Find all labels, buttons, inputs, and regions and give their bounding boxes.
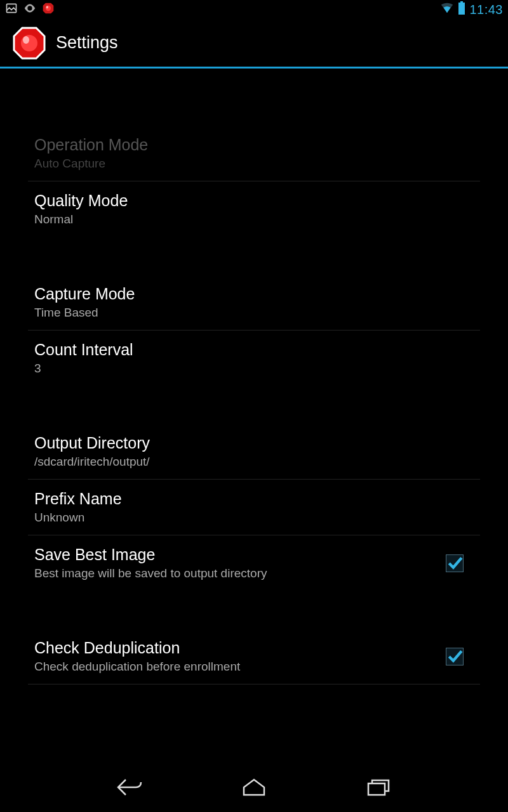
svg-rect-6 [458,3,465,15]
setting-title: Count Interval [34,341,476,359]
setting-check-deduplication[interactable]: Check Deduplication Check deduplication … [28,629,480,684]
checkbox-save-best-image[interactable] [446,554,464,572]
back-icon [114,776,145,799]
setting-title: Quality Mode [34,192,476,210]
setting-title: Save Best Image [34,546,446,564]
setting-quality-mode[interactable]: Quality Mode Normal [28,181,480,237]
recent-apps-button[interactable] [361,769,396,805]
setting-value: Check deduplication before enrollment [34,660,446,674]
setting-title: Capture Mode [34,285,476,303]
recent-apps-icon [364,776,392,799]
status-bar: 11:43 [0,0,508,19]
status-clock: 11:43 [469,3,503,17]
setting-value: Auto Capture [34,157,476,171]
app-icon [11,25,47,61]
setting-title: Output Directory [34,434,476,452]
setting-value: Time Based [34,306,476,320]
setting-save-best-image[interactable]: Save Best Image Best image will be saved… [28,535,480,591]
setting-value: Unknown [34,511,476,525]
eye-icon [23,1,37,18]
setting-title: Operation Mode [34,136,476,154]
setting-operation-mode: Operation Mode Auto Capture [28,126,480,181]
svg-point-8 [21,35,37,51]
home-button[interactable] [236,769,272,805]
svg-point-1 [29,7,31,10]
setting-value: /sdcard/iritech/output/ [34,455,476,469]
page-title: Settings [56,33,118,53]
setting-output-directory[interactable]: Output Directory /sdcard/iritech/output/ [28,424,480,480]
setting-value: 3 [34,362,476,376]
back-button[interactable] [112,769,147,805]
svg-point-4 [46,6,48,8]
checkmark-icon [446,648,463,665]
svg-rect-5 [460,1,463,3]
setting-title: Prefix Name [34,490,476,508]
app-bar: Settings [0,19,508,69]
checkmark-icon [446,555,463,572]
setting-title: Check Deduplication [34,639,446,657]
setting-value: Best image will be saved to output direc… [34,566,446,580]
wifi-icon [440,1,454,18]
image-icon [5,2,18,18]
svg-rect-10 [368,783,385,795]
setting-count-interval[interactable]: Count Interval 3 [28,331,480,386]
navigation-bar [0,763,508,812]
checkbox-check-deduplication[interactable] [446,648,464,665]
app-notification-icon [42,2,55,18]
settings-list: Operation Mode Auto Capture Quality Mode… [0,69,508,763]
home-icon [239,776,269,799]
setting-capture-mode[interactable]: Capture Mode Time Based [28,275,480,331]
setting-value: Normal [34,213,476,226]
battery-icon [458,1,465,18]
svg-point-9 [23,36,29,44]
setting-prefix-name[interactable]: Prefix Name Unknown [28,480,480,535]
